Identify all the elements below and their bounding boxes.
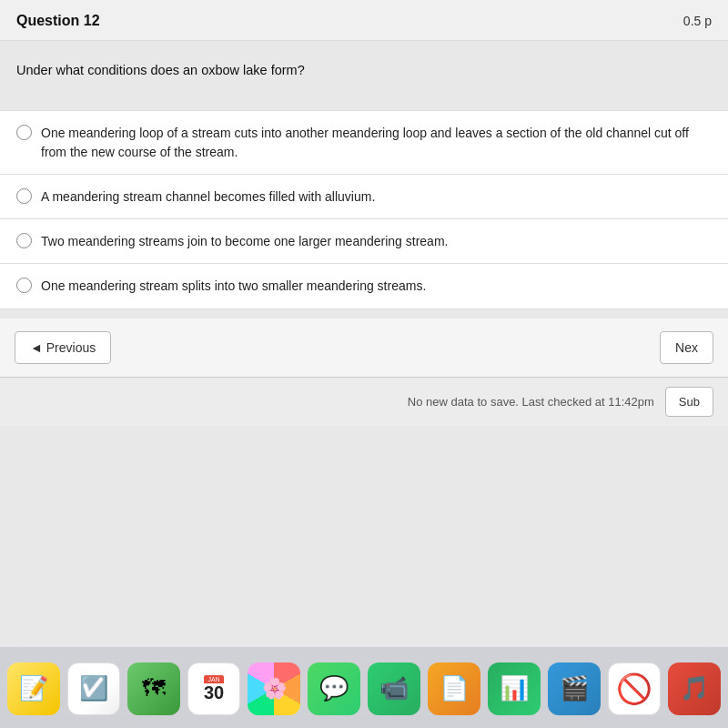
dock-pages-icon[interactable]: 📄: [428, 662, 480, 715]
footer-bar: No new data to save. Last checked at 11:…: [0, 377, 728, 426]
answer-text-d: One meandering stream splits into two sm…: [41, 277, 426, 295]
answer-option-d[interactable]: One meandering stream splits into two sm…: [0, 263, 728, 308]
answer-option-c[interactable]: Two meandering streams join to become on…: [0, 218, 728, 263]
dock-keynote-icon[interactable]: 🎬: [548, 662, 601, 715]
dock-calendar-icon[interactable]: JAN 30: [187, 662, 240, 715]
question-header: Question 12 0.5 p: [0, 0, 728, 41]
dock-bar: 📝 ☑️ 🗺 JAN 30 🌸 💬 📹 📄 📊 🎬 🚫 🎵: [0, 646, 728, 728]
next-button[interactable]: Nex: [660, 331, 713, 364]
question-points: 0.5 p: [683, 14, 712, 28]
quiz-container: Question 12 0.5 p Under what conditions …: [0, 0, 728, 555]
dock-music-icon[interactable]: 🎵: [668, 662, 721, 715]
dock-reminders-icon[interactable]: ☑️: [67, 662, 120, 715]
dock-maps-icon[interactable]: 🗺: [127, 662, 180, 715]
radio-b[interactable]: [16, 188, 32, 204]
dock-notes-icon[interactable]: 📝: [7, 662, 60, 715]
question-body: Under what conditions does an oxbow lake…: [0, 41, 728, 110]
footer-status-text: No new data to save. Last checked at 11:…: [408, 395, 654, 409]
answer-options-list: One meandering loop of a stream cuts int…: [0, 110, 728, 308]
dock-numbers-icon[interactable]: 📊: [488, 662, 541, 715]
answer-text-b: A meandering stream channel becomes fill…: [41, 187, 375, 206]
radio-a[interactable]: [16, 125, 32, 140]
radio-c[interactable]: [16, 233, 32, 248]
question-text: Under what conditions does an oxbow lake…: [16, 61, 712, 79]
radio-d[interactable]: [16, 278, 32, 293]
dock-facetime-icon[interactable]: 📹: [368, 662, 420, 715]
answer-option-a[interactable]: One meandering loop of a stream cuts int…: [0, 110, 728, 174]
nav-bar: ◄ Previous Nex: [0, 318, 728, 377]
answer-option-b[interactable]: A meandering stream channel becomes fill…: [0, 174, 728, 218]
answer-text-c: Two meandering streams join to become on…: [41, 232, 448, 250]
previous-button[interactable]: ◄ Previous: [15, 331, 111, 364]
dock-photos-icon[interactable]: 🌸: [248, 662, 300, 715]
question-title: Question 12: [16, 13, 100, 29]
dock-news-icon[interactable]: 🚫: [608, 662, 661, 715]
submit-button[interactable]: Sub: [665, 387, 713, 417]
answer-text-a: One meandering loop of a stream cuts int…: [41, 124, 712, 161]
dock-messages-icon[interactable]: 💬: [308, 662, 360, 715]
